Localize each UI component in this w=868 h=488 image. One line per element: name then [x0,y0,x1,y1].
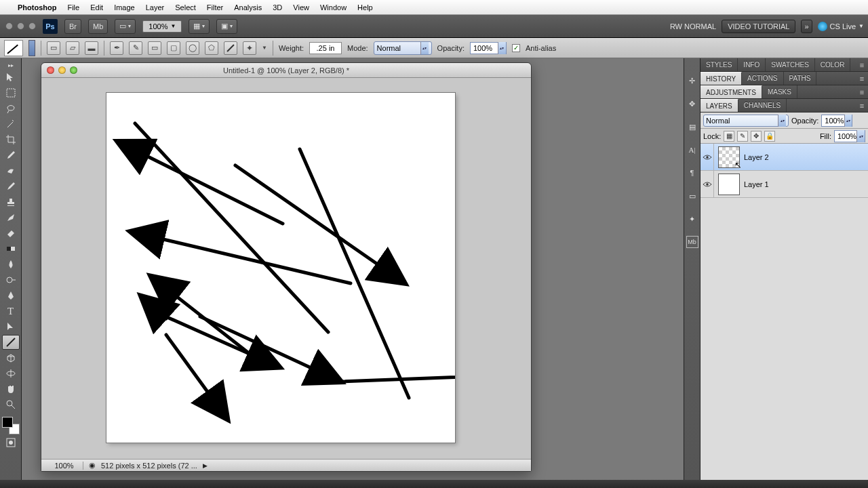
hand-tool[interactable] [2,382,20,396]
move-tool[interactable] [2,70,20,85]
dodge-tool[interactable] [2,272,20,287]
footer-doc-info[interactable]: 512 pixels x 512 pixels (72 ... [101,462,197,470]
character-panel-icon[interactable]: A| [686,144,698,156]
zoom-window-button[interactable] [70,66,77,74]
close-window-button[interactable] [47,66,54,74]
layer-thumbnail[interactable] [718,174,740,195]
menu-filter[interactable]: Filter [207,3,223,12]
gradient-tool[interactable] [2,241,20,256]
menu-analysis[interactable]: Analysis [234,3,262,12]
menu-help[interactable]: Help [357,3,373,12]
minibridge-button[interactable]: Mb [88,19,108,34]
blend-mode-select[interactable]: Normal▴▾ [374,41,432,55]
view-extras-button[interactable]: ▭▾ [115,19,136,34]
lock-transparency-icon[interactable]: ▦ [724,131,734,142]
measurement-panel-icon[interactable]: Mb [686,236,698,248]
ellipse-shape[interactable]: ◯ [186,41,199,55]
shape-layers-mode[interactable]: ▭ [47,41,60,55]
layer-name[interactable]: Layer 2 [744,153,769,161]
menu-file[interactable]: File [67,3,79,12]
document-viewport[interactable] [41,78,531,459]
3d-panel-icon[interactable]: ✦ [686,213,698,225]
tool-preset-picker[interactable] [4,40,23,56]
minimize-window-button[interactable] [58,66,66,74]
custom-shape[interactable] [243,41,256,55]
workspace-label[interactable]: RW NORMAL [670,22,716,30]
magic-wand-tool[interactable] [2,117,20,131]
freeform-pen-icon[interactable]: ✎ [129,41,142,55]
document-titlebar[interactable]: Untitled-1 @ 100% (Layer 2, RGB/8) * [41,63,531,78]
pen-tool[interactable] [2,288,20,303]
panel-menu-icon[interactable]: ≡ [856,58,868,71]
stamp-tool[interactable] [2,195,20,209]
brush-tool[interactable] [2,179,20,194]
visibility-toggle[interactable] [701,171,714,197]
lock-pixels-icon[interactable]: ✎ [737,131,748,142]
tab-info[interactable]: INFO [738,58,766,71]
fill-pixels-mode[interactable]: ▬ [85,41,98,55]
blur-tool[interactable] [2,257,20,272]
collapse-arrow-icon[interactable]: ▸▸ [2,61,20,69]
bridge-button[interactable]: Br [64,19,81,34]
panel-menu-icon[interactable]: ≡ [856,72,868,85]
fg-color-swatch[interactable] [2,417,13,428]
clone-panel-icon[interactable]: ✥ [686,98,698,110]
menu-select[interactable]: Select [175,3,196,12]
tab-paths[interactable]: PATHS [784,72,817,85]
layer-row[interactable]: ↖ Layer 2 [701,144,868,171]
cs-live-button[interactable]: CS Live▼ [818,22,864,31]
layer-blend-select[interactable]: Normal▴▾ [703,115,789,127]
crop-tool[interactable] [2,132,20,147]
panel-menu-icon[interactable]: ≡ [856,85,868,98]
tab-styles[interactable]: STYLES [701,58,738,71]
menu-layer[interactable]: Layer [146,3,165,12]
lock-all-icon[interactable]: 🔒 [764,131,775,142]
zoom-level-dropdown[interactable]: 100%▼ [142,20,182,33]
layer-fill-input[interactable]: 100%▴▾ [834,130,865,142]
polygon-shape[interactable]: ⬠ [205,41,218,55]
tab-masks[interactable]: MASKS [762,85,797,98]
weight-input[interactable] [309,42,342,54]
notes-panel-icon[interactable]: ▭ [686,190,698,202]
3d-camera-tool[interactable] [2,366,20,381]
tab-color[interactable]: COLOR [815,58,851,71]
layer-row[interactable]: Layer 1 [701,171,868,198]
opacity-input[interactable]: 100%▴▾ [470,42,507,54]
video-tutorial-button[interactable]: VIDEO TUTORIAL [722,20,795,33]
menu-window[interactable]: Window [320,3,347,12]
menu-view[interactable]: View [293,3,309,12]
tab-layers[interactable]: LAYERS [701,99,738,112]
shape-tool[interactable] [2,335,20,350]
panel-menu-icon[interactable]: ≡ [856,99,868,112]
app-name[interactable]: Photoshop [18,3,56,12]
tab-channels[interactable]: CHANNELS [738,99,787,112]
menu-edit[interactable]: Edit [90,3,103,12]
eyedropper-tool[interactable] [2,148,20,163]
layer-comps-icon[interactable]: ▤ [686,121,698,133]
menu-image[interactable]: Image [114,3,135,12]
more-workspaces-button[interactable]: » [801,20,812,33]
rectangle-shape[interactable]: ▭ [148,41,161,55]
screen-mode-button[interactable]: ▣▾ [216,19,237,34]
menu-3d[interactable]: 3D [273,3,282,12]
tab-adjustments[interactable]: ADJUSTMENTS [701,85,762,98]
paragraph-panel-icon[interactable]: ¶ [686,167,698,179]
quick-mask-toggle[interactable] [2,435,20,450]
layer-thumbnail[interactable]: ↖ [718,146,740,168]
doc-info-icon[interactable]: ◉ [89,461,96,470]
canvas[interactable] [106,93,455,443]
layer-name[interactable]: Layer 1 [744,180,769,188]
antialias-checkbox[interactable]: ✓ [512,44,520,52]
paths-mode[interactable]: ▱ [66,41,79,55]
tool-preset-chevron[interactable] [28,40,35,56]
tab-history[interactable]: HISTORY [701,72,742,85]
lasso-tool[interactable] [2,101,20,116]
tab-swatches[interactable]: SWATCHES [766,58,815,71]
layer-opacity-input[interactable]: 100%▴▾ [821,115,852,127]
zoom-tool[interactable] [2,397,20,412]
3d-tool[interactable] [2,350,20,365]
color-swatches[interactable] [2,417,20,434]
type-tool[interactable]: T [2,304,20,319]
pen-tool-icon[interactable]: ✒ [110,41,123,55]
footer-flyout[interactable]: ▶ [203,462,208,469]
